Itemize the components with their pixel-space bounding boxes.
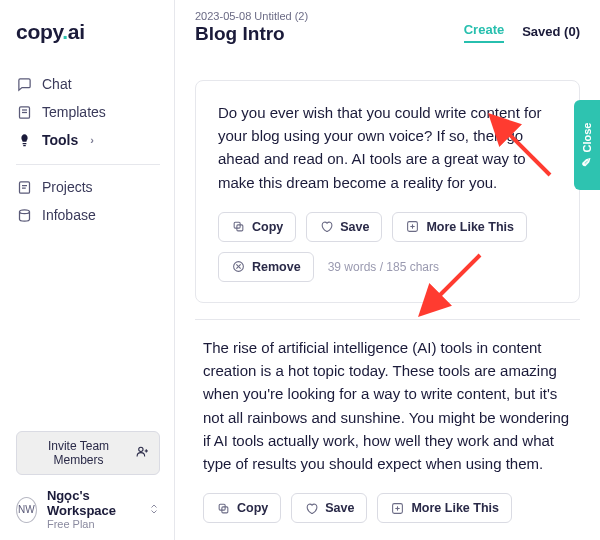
sidebar-nav: Chat Templates Tools › Projects <box>16 70 160 229</box>
tools-icon <box>16 132 32 148</box>
copy-button[interactable]: Copy <box>218 212 296 242</box>
result-actions: Copy Save More Like This <box>218 212 557 242</box>
workspace-switcher[interactable]: NW Ngọc's Workspace Free Plan <box>16 489 160 530</box>
main: 2023-05-08 Untitled (2) Blog Intro Creat… <box>175 0 600 540</box>
button-label: More Like This <box>426 220 514 234</box>
workspace-name: Ngọc's Workspace <box>47 489 138 518</box>
button-label: More Like This <box>411 501 499 515</box>
sidebar-item-infobase[interactable]: Infobase <box>16 201 160 229</box>
invite-team-button[interactable]: Invite Team Members <box>16 431 160 475</box>
svg-point-6 <box>19 209 29 213</box>
remove-button[interactable]: Remove <box>218 252 314 282</box>
button-label: Remove <box>252 260 301 274</box>
user-plus-icon <box>136 445 149 461</box>
plus-square-icon <box>390 501 404 515</box>
sidebar-item-label: Projects <box>42 179 93 195</box>
more-like-this-button[interactable]: More Like This <box>392 212 527 242</box>
tab-saved[interactable]: Saved (0) <box>522 24 580 43</box>
templates-icon <box>16 104 32 120</box>
brand-part1: copy <box>16 20 62 43</box>
close-panel-button[interactable]: ✎ Close <box>574 100 600 190</box>
result-text: The rise of artificial intelligence (AI)… <box>195 336 580 494</box>
close-label: Close <box>581 123 593 153</box>
pencil-icon: ✎ <box>580 157 594 167</box>
button-label: Save <box>325 501 354 515</box>
brand-part2: ai <box>68 20 85 43</box>
remove-icon <box>231 260 245 274</box>
sidebar-item-projects[interactable]: Projects <box>16 173 160 201</box>
sidebar-item-label: Tools <box>42 132 78 148</box>
button-label: Copy <box>252 220 283 234</box>
sidebar-divider <box>16 164 160 165</box>
header: 2023-05-08 Untitled (2) Blog Intro Creat… <box>175 0 600 54</box>
tab-create[interactable]: Create <box>464 22 504 43</box>
workspace-avatar: NW <box>16 497 37 523</box>
sidebar-item-label: Templates <box>42 104 106 120</box>
heart-icon <box>304 501 318 515</box>
copy-button[interactable]: Copy <box>203 493 281 523</box>
button-label: Copy <box>237 501 268 515</box>
workspace-plan: Free Plan <box>47 518 138 530</box>
chevron-updown-icon <box>148 501 160 519</box>
plus-square-icon <box>405 220 419 234</box>
sidebar-item-label: Infobase <box>42 207 96 223</box>
page-title: Blog Intro <box>195 24 308 45</box>
infobase-icon <box>16 207 32 223</box>
save-button[interactable]: Save <box>306 212 382 242</box>
copy-icon <box>231 220 245 234</box>
result-text: Do you ever wish that you could write co… <box>218 101 557 194</box>
copy-icon <box>216 501 230 515</box>
sidebar-item-label: Chat <box>42 76 72 92</box>
workspace-initials: NW <box>18 504 35 515</box>
button-label: Save <box>340 220 369 234</box>
sidebar-item-tools[interactable]: Tools › <box>16 126 160 154</box>
breadcrumb[interactable]: 2023-05-08 Untitled (2) <box>195 10 308 22</box>
result-card: Do you ever wish that you could write co… <box>195 80 580 303</box>
sidebar-item-chat[interactable]: Chat <box>16 70 160 98</box>
sidebar: copy.ai Chat Templates Tools › <box>0 0 175 540</box>
heart-icon <box>319 220 333 234</box>
result-stat: 39 words / 185 chars <box>328 260 439 274</box>
header-tabs: Create Saved (0) <box>464 22 580 45</box>
workspace-text: Ngọc's Workspace Free Plan <box>47 489 138 530</box>
brand-logo[interactable]: copy.ai <box>16 20 160 44</box>
projects-icon <box>16 179 32 195</box>
chevron-right-icon: › <box>90 134 94 146</box>
result-divider <box>195 319 580 320</box>
chat-icon <box>16 76 32 92</box>
svg-point-7 <box>139 447 143 451</box>
invite-label: Invite Team Members <box>27 439 130 467</box>
save-button[interactable]: Save <box>291 493 367 523</box>
sidebar-item-templates[interactable]: Templates <box>16 98 160 126</box>
results-panel: Do you ever wish that you could write co… <box>175 54 600 540</box>
more-like-this-button[interactable]: More Like This <box>377 493 512 523</box>
result-actions: Copy Save More Like This <box>195 493 580 523</box>
